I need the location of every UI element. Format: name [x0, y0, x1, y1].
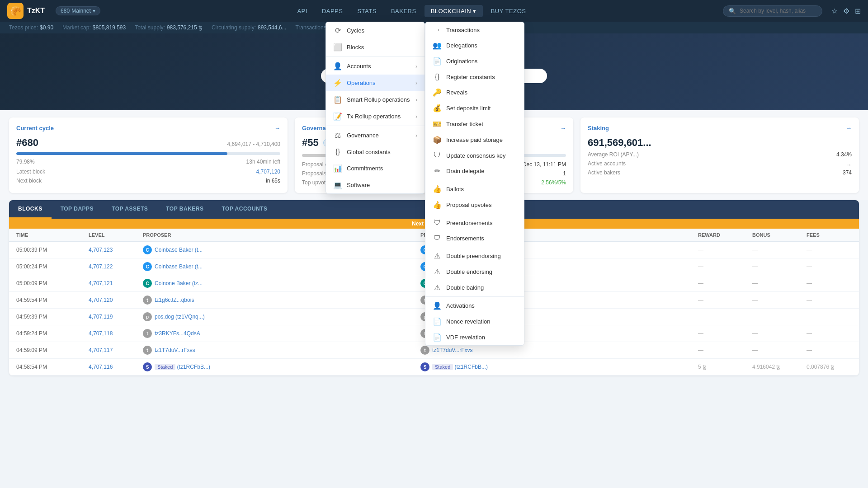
- next-block-label: Next block: [16, 178, 42, 184]
- grid-icon[interactable]: ⊞: [855, 7, 861, 15]
- submenu-vdf-revelation[interactable]: 📄 VDF revelation: [425, 329, 524, 345]
- submenu-double-preendorsing[interactable]: ⚠ Double preendorsing: [425, 248, 524, 264]
- arrow-icon: →: [846, 125, 852, 131]
- dropdown-accounts[interactable]: 👤 Accounts ›: [326, 58, 425, 75]
- cell-time: 05:00:24 PM: [16, 263, 89, 270]
- submenu-double-endorsing[interactable]: ⚠ Double endorsing: [425, 264, 524, 280]
- cell-bonus: —: [752, 297, 807, 303]
- cell-time: 04:59:24 PM: [16, 330, 89, 337]
- dropdown-tx-rollup[interactable]: 📝 Tx Rollup operations ›: [326, 108, 425, 125]
- smart-rollup-icon: 📋: [333, 95, 342, 104]
- nav-search-bar[interactable]: 🔍: [723, 5, 822, 17]
- dropdown-operations[interactable]: ⚡ Operations ›: [326, 75, 425, 91]
- increase-storage-icon: 📦: [433, 136, 442, 144]
- nav-blockchain[interactable]: BLOCKCHAIN ▾: [425, 5, 483, 17]
- cell-level[interactable]: 4,707,121: [89, 280, 143, 286]
- cell-level[interactable]: 4,707,122: [89, 263, 143, 270]
- staking-title[interactable]: Staking: [588, 125, 609, 131]
- avg-roi-value: 4.34%: [836, 151, 852, 158]
- chevron-down-icon: ▾: [93, 8, 95, 14]
- tab-blocks[interactable]: BLOCKS: [9, 200, 52, 219]
- submenu-set-deposits-limit[interactable]: 💰 Set deposits limit: [425, 100, 524, 116]
- ticker-price: Tezos price: $0.90: [9, 24, 53, 31]
- search-icon: 🔍: [729, 8, 736, 14]
- tab-top-dapps[interactable]: TOP DAPPS: [52, 200, 103, 219]
- cell-level[interactable]: 4,707,117: [89, 347, 143, 353]
- cell-level[interactable]: 4,707,120: [89, 297, 143, 303]
- submenu-double-baking[interactable]: ⚠ Double baking: [425, 280, 524, 296]
- dropdown-commitments[interactable]: 📊 Commitments: [326, 160, 425, 177]
- col-proposer: Proposer: [143, 232, 420, 238]
- arrow-icon: →: [274, 125, 280, 131]
- nonce-revelation-icon: 📄: [433, 317, 442, 326]
- cell-bonus: —: [752, 280, 807, 286]
- submenu-proposal-upvotes[interactable]: 👍 Proposal upvotes: [425, 197, 524, 213]
- commitments-icon: 📊: [333, 164, 342, 173]
- cell-time: 04:59:09 PM: [16, 347, 89, 353]
- dropdown-blocks[interactable]: ⬜ Blocks: [326, 39, 425, 56]
- cell-fees: —: [807, 297, 852, 303]
- dropdown-smart-rollup[interactable]: 📋 Smart Rollup operations ›: [326, 91, 425, 108]
- bookmark-icon[interactable]: ☆: [831, 7, 838, 15]
- settings-icon[interactable]: ⚙: [843, 7, 849, 15]
- reveals-icon: 🔑: [433, 88, 442, 97]
- register-constants-icon: {}: [433, 73, 442, 81]
- tab-top-bakers[interactable]: TOP BAKERS: [157, 200, 212, 219]
- double-endorsing-icon: ⚠: [433, 267, 442, 276]
- submenu-nonce-revelation[interactable]: 📄 Nonce revelation: [425, 314, 524, 329]
- cell-level[interactable]: 4,707,118: [89, 330, 143, 337]
- dropdown-cycles[interactable]: ⟳ Cycles: [326, 22, 425, 39]
- current-cycle-title[interactable]: Current cycle: [16, 125, 54, 131]
- cell-time: 04:58:54 PM: [16, 364, 89, 370]
- governance-number: #55: [302, 137, 319, 149]
- tx-rollup-icon: 📝: [333, 112, 342, 121]
- submenu-reveals[interactable]: 🔑 Reveals: [425, 84, 524, 100]
- preendorsements-icon: 🛡: [433, 219, 442, 227]
- cell-proposer: C Coinbase Baker (t...: [143, 262, 420, 271]
- submenu-delegations[interactable]: 👥 Delegations: [425, 38, 524, 53]
- submenu-endorsements[interactable]: 🛡 Endorsements: [425, 230, 524, 246]
- submenu-activations[interactable]: 👤 Activations: [425, 298, 524, 314]
- submenu-drain-delegate[interactable]: ✏ Drain delegate: [425, 163, 524, 179]
- nav-buy-tezos[interactable]: BUY TEZOS: [485, 5, 533, 17]
- network-badge[interactable]: 680 Mainnet ▾: [56, 6, 100, 15]
- submenu-register-constants[interactable]: {} Register constants: [425, 69, 524, 84]
- cell-level[interactable]: 4,707,123: [89, 247, 143, 253]
- cell-proposer: t tz1T7duV...rFxvs: [143, 346, 420, 355]
- set-deposits-icon: 💰: [433, 104, 442, 113]
- tab-top-accounts[interactable]: TOP ACCOUNTS: [212, 200, 276, 219]
- submenu-transactions[interactable]: → Transactions: [425, 22, 524, 38]
- endorsements-icon: 🛡: [433, 234, 442, 242]
- submenu-transfer-ticket[interactable]: 🎫 Transfer ticket: [425, 116, 524, 132]
- nav-stats[interactable]: STATS: [351, 5, 382, 17]
- nav-api[interactable]: API: [291, 5, 313, 17]
- blockchain-dropdown: ⟳ Cycles ⬜ Blocks 👤 Accounts › ⚡ Operati…: [326, 22, 425, 194]
- cell-reward: —: [698, 297, 752, 303]
- submenu-increase-storage[interactable]: 📦 Increase paid storage: [425, 132, 524, 148]
- submenu-update-consensus-key[interactable]: 🛡 Update consensus key: [425, 148, 524, 163]
- tab-top-assets[interactable]: TOP ASSETS: [103, 200, 157, 219]
- logo-text: TzKT: [27, 7, 45, 15]
- submenu-originations[interactable]: 📄 Originations: [425, 53, 524, 69]
- cycles-icon: ⟳: [333, 26, 342, 35]
- nav-bakers[interactable]: BAKERS: [385, 5, 423, 17]
- update-consensus-icon: 🛡: [433, 151, 442, 160]
- latest-block-value[interactable]: 4,707,120: [256, 169, 280, 175]
- search-input[interactable]: [740, 8, 816, 14]
- logo[interactable]: 🥐 TzKT: [7, 3, 45, 19]
- cell-level[interactable]: 4,707,119: [89, 314, 143, 320]
- network-number: 680: [61, 8, 70, 14]
- submenu-ballots[interactable]: 👍 Ballots: [425, 181, 524, 197]
- dropdown-governance[interactable]: ⚖ Governance ›: [326, 127, 425, 144]
- nav-dapps[interactable]: DAPPS: [316, 5, 349, 17]
- cell-fees: —: [807, 314, 852, 320]
- dropdown-global-constants[interactable]: {} Global constants: [326, 144, 425, 160]
- cell-level[interactable]: 4,707,116: [89, 364, 143, 370]
- submenu-preendorsements[interactable]: 🛡 Preendorsements: [425, 215, 524, 230]
- cell-proposer: C Coinbase Baker (t...: [143, 245, 420, 254]
- active-bakers-value: 374: [843, 169, 852, 176]
- dropdown-software[interactable]: 💻 Software: [326, 177, 425, 193]
- cell-bonus: —: [752, 263, 807, 270]
- operations-icon: ⚡: [333, 79, 342, 87]
- active-accounts-value: ...: [847, 160, 852, 167]
